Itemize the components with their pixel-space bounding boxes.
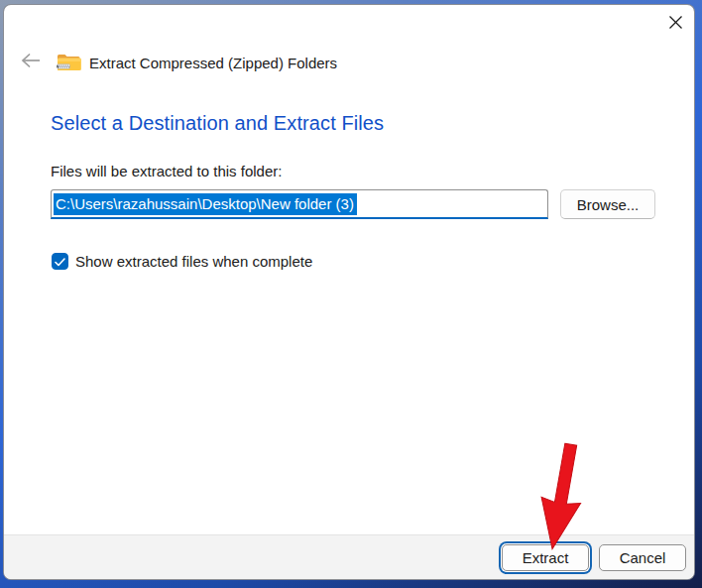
checkbox-label: Show extracted files when complete xyxy=(75,253,312,270)
destination-selected-text: C:\Users\razahussain\Desktop\New folder … xyxy=(54,193,357,215)
extract-dialog-window: Extract Compressed (Zipped) Folders Sele… xyxy=(3,4,695,580)
footer-bar: Extract Cancel xyxy=(4,534,694,579)
window-title: Extract Compressed (Zipped) Folders xyxy=(89,55,337,71)
dialog-header: Extract Compressed (Zipped) Folders xyxy=(14,49,674,76)
cancel-button[interactable]: Cancel xyxy=(599,544,686,571)
show-files-checkbox[interactable] xyxy=(52,253,68,270)
zipped-folder-icon xyxy=(57,53,81,72)
back-button[interactable] xyxy=(14,50,48,75)
show-files-option[interactable]: Show extracted files when complete xyxy=(52,253,312,270)
close-icon xyxy=(668,15,683,34)
wizard-heading: Select a Destination and Extract Files xyxy=(51,112,384,135)
checkmark-icon xyxy=(55,253,65,271)
close-button[interactable] xyxy=(664,13,686,35)
destination-input[interactable]: C:\Users\razahussain\Desktop\New folder … xyxy=(51,189,548,219)
destination-label: Files will be extracted to this folder: xyxy=(51,163,282,179)
extract-button[interactable]: Extract xyxy=(502,544,589,571)
desktop-background: { "window": { "title": "Extract Compress… xyxy=(0,0,702,588)
browse-button[interactable]: Browse... xyxy=(560,189,655,219)
back-arrow-icon xyxy=(20,52,42,73)
